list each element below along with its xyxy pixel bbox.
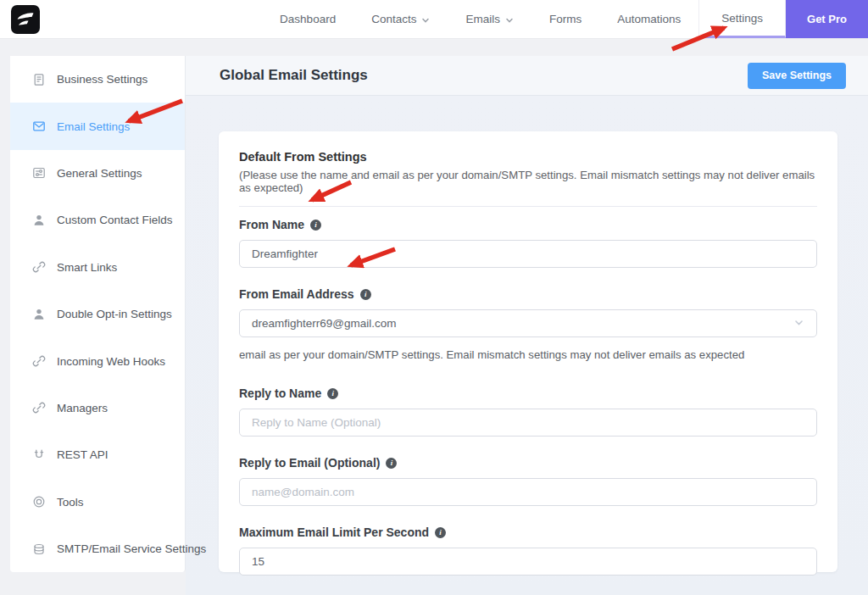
save-settings-button[interactable]: Save Settings (748, 63, 846, 89)
form-group-reply-email: Reply to Email (Optional) i (239, 456, 817, 506)
content-area: Default From Settings (Please use the na… (186, 96, 868, 595)
sliders-icon (32, 166, 46, 180)
get-pro-button[interactable]: Get Pro (786, 0, 868, 38)
nav-item-label: Emails (465, 13, 500, 25)
user-icon (32, 308, 46, 321)
sidebar-item-label: Business Settings (57, 73, 147, 86)
nav-menu: DashboardContactsEmailsFormsAutomationsS… (262, 0, 786, 38)
reply-name-label: Reply to Name (239, 386, 321, 400)
fluentcrm-logo[interactable] (11, 5, 40, 34)
reply-email-label: Reply to Email (Optional) (239, 456, 380, 470)
from-email-label: From Email Address (239, 287, 354, 301)
document-icon (32, 73, 46, 86)
sidebar-item-label: Managers (57, 402, 108, 414)
sidebar-item-general-settings[interactable]: General Settings (10, 150, 185, 197)
sidebar-item-double-opt-in[interactable]: Double Opt-in Settings (10, 291, 185, 337)
from-email-select[interactable]: dreamfighterr69@gmail.com (239, 309, 817, 337)
link-icon (32, 260, 46, 274)
sidebar-item-tools[interactable]: Tools (10, 479, 185, 525)
sidebar-item-label: Tools (57, 496, 84, 509)
sidebar-item-managers[interactable]: Managers (10, 385, 185, 431)
nav-item-label: Automations (617, 13, 681, 25)
main-area: Global Email Settings Save Settings Defa… (186, 56, 868, 595)
chevron-down-icon (793, 317, 804, 331)
page-title: Global Email Settings (220, 67, 368, 84)
from-name-input[interactable] (239, 240, 817, 268)
magnet-icon (32, 448, 46, 462)
info-icon[interactable]: i (360, 289, 371, 300)
sidebar-item-email-settings[interactable]: Email Settings (10, 103, 185, 149)
chevron-down-icon (505, 16, 514, 25)
settings-sidebar: Business SettingsEmail SettingsGeneral S… (10, 56, 186, 572)
form-group-max-limit: Maximum Email Limit Per Second i (239, 525, 817, 576)
sidebar-item-label: Smart Links (57, 261, 117, 274)
section-description: (Please use the name and email as per yo… (239, 169, 817, 194)
sidebar-item-label: Email Settings (57, 120, 130, 133)
sidebar-item-label: REST API (57, 448, 108, 461)
sidebar-item-custom-contact-fields[interactable]: Custom Contact Fields (10, 197, 185, 243)
sidebar-item-rest-api[interactable]: REST API (10, 431, 185, 478)
nav-item-contacts[interactable]: Contacts (353, 0, 448, 38)
nav-item-label: Contacts (371, 13, 416, 25)
envelope-icon (32, 120, 46, 133)
form-group-from-email: From Email Address i dreamfighterr69@gma… (239, 287, 817, 361)
form-group-reply-name: Reply to Name i (239, 386, 817, 437)
sidebar-item-label: Custom Contact Fields (57, 214, 173, 226)
from-email-helper-text: email as per your domain/SMTP settings. … (239, 348, 817, 361)
info-icon[interactable]: i (435, 527, 446, 538)
server-icon (32, 542, 46, 556)
nav-item-label: Dashboard (280, 13, 336, 25)
target-icon (32, 495, 46, 509)
nav-item-dashboard[interactable]: Dashboard (262, 0, 353, 38)
sidebar-item-label: SMTP/Email Service Settings (57, 542, 206, 555)
from-email-selected-value: dreamfighterr69@gmail.com (252, 317, 397, 330)
nav-item-emails[interactable]: Emails (448, 0, 531, 38)
info-icon[interactable]: i (327, 388, 338, 399)
sidebar-item-label: General Settings (57, 167, 142, 180)
sidebar-item-smart-links[interactable]: Smart Links (10, 244, 185, 291)
chevron-down-icon (421, 16, 430, 25)
sidebar-item-business-settings[interactable]: Business Settings (10, 56, 185, 103)
divider (239, 206, 817, 207)
sidebar-item-label: Double Opt-in Settings (57, 308, 172, 320)
reply-email-input[interactable] (239, 478, 817, 506)
user-icon (32, 214, 46, 227)
from-name-label: From Name (239, 218, 304, 231)
sidebar-item-label: Incoming Web Hooks (57, 355, 165, 368)
reply-name-input[interactable] (239, 409, 817, 437)
main-header: Global Email Settings Save Settings (186, 56, 868, 96)
link-icon (32, 354, 46, 368)
nav-item-label: Settings (721, 12, 763, 25)
nav-item-label: Forms (549, 13, 581, 25)
max-limit-label: Maximum Email Limit Per Second (239, 525, 429, 539)
max-limit-input[interactable] (239, 548, 817, 576)
link-icon (32, 401, 46, 414)
nav-item-forms[interactable]: Forms (531, 0, 599, 38)
email-settings-card: Default From Settings (Please use the na… (219, 131, 837, 572)
nav-item-settings[interactable]: Settings (698, 0, 786, 38)
section-title: Default From Settings (239, 150, 817, 164)
nav-item-automations[interactable]: Automations (599, 0, 698, 38)
form-group-from-name: From Name i (239, 218, 817, 268)
sidebar-item-smtp-settings[interactable]: SMTP/Email Service Settings (10, 525, 185, 572)
info-icon[interactable]: i (386, 458, 397, 469)
info-icon[interactable]: i (310, 220, 321, 231)
sidebar-item-incoming-web-hooks[interactable]: Incoming Web Hooks (10, 337, 185, 384)
top-navigation: DashboardContactsEmailsFormsAutomationsS… (0, 0, 868, 39)
